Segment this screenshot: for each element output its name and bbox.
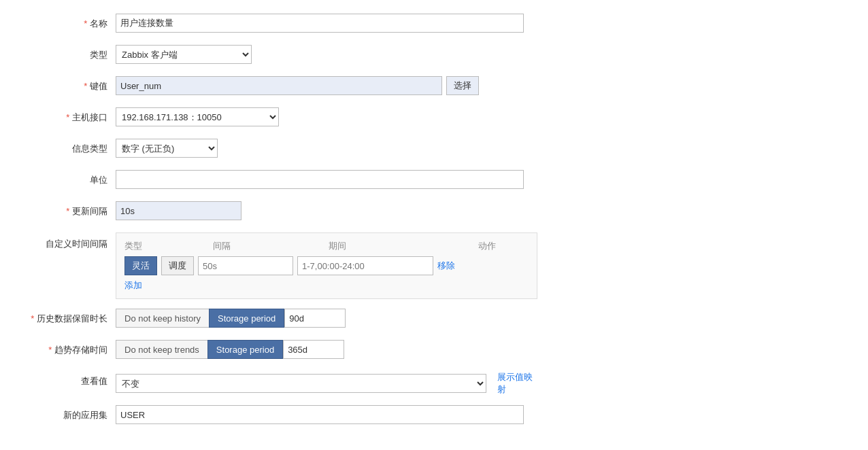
lookup-mapping-link[interactable]: 展示值映射 (497, 371, 537, 396)
col-type-header: 类型 (124, 240, 206, 252)
history-row: 历史数据保留时长 Do not keep history Storage per… (20, 309, 848, 330)
lookup-row: 查看值 不变 展示值映射 (20, 371, 848, 396)
history-no-keep-btn[interactable]: Do not keep history (116, 309, 209, 328)
type-control: Zabbix 客户端 (116, 45, 537, 64)
key-row: 键值 选择 (20, 76, 848, 98)
custom-interval-row: 自定义时间间隔 类型 间隔 期间 动作 灵活 调度 移除 添加 (20, 232, 848, 299)
history-control: Do not keep history Storage period (116, 309, 537, 328)
col-interval-header: 间隔 (213, 240, 322, 252)
trends-storage-btn[interactable]: Storage period (207, 340, 283, 359)
history-storage-btn[interactable]: Storage period (209, 309, 284, 328)
schedule-btn[interactable]: 调度 (161, 256, 194, 275)
key-control: 选择 (116, 76, 537, 95)
info-type-control: 数字 (无正负) (116, 139, 537, 158)
custom-interval-header: 类型 间隔 期间 动作 (124, 240, 529, 252)
unit-row: 单位 (20, 170, 848, 192)
remove-link[interactable]: 移除 (437, 260, 455, 272)
update-interval-control (116, 201, 537, 220)
name-control (116, 14, 537, 33)
col-action-header: 动作 (478, 240, 519, 252)
name-input[interactable] (116, 14, 524, 33)
type-label: 类型 (20, 45, 116, 61)
add-interval-link[interactable]: 添加 (124, 280, 142, 290)
info-type-label: 信息类型 (20, 139, 116, 155)
name-label: 名称 (20, 14, 116, 30)
unit-control (116, 170, 537, 189)
type-select[interactable]: Zabbix 客户端 (116, 45, 252, 64)
unit-label: 单位 (20, 170, 116, 186)
lookup-select[interactable]: 不变 (116, 374, 486, 393)
history-label: 历史数据保留时长 (20, 309, 116, 325)
trends-no-keep-btn[interactable]: Do not keep trends (116, 340, 207, 359)
new-app-input[interactable] (116, 405, 524, 424)
info-type-row: 信息类型 数字 (无正负) (20, 139, 848, 160)
trends-value-input[interactable] (283, 340, 344, 359)
key-input[interactable] (116, 76, 442, 95)
interface-label: 主机接口 (20, 107, 116, 124)
add-interval-container: 添加 (124, 279, 529, 292)
trends-row: 趋势存储时间 Do not keep trends Storage period (20, 340, 848, 362)
history-toggle-group: Do not keep history Storage period (116, 309, 537, 328)
update-interval-input[interactable] (116, 201, 241, 220)
interface-select[interactable]: 192.168.171.138：10050 (116, 107, 279, 126)
interval-input[interactable] (198, 256, 293, 275)
period-input[interactable] (297, 256, 433, 275)
history-value-input[interactable] (284, 309, 346, 328)
custom-interval-control: 类型 间隔 期间 动作 灵活 调度 移除 添加 (116, 232, 537, 299)
new-app-control (116, 405, 537, 424)
trends-label: 趋势存储时间 (20, 340, 116, 356)
key-label: 键值 (20, 76, 116, 92)
lookup-label: 查看值 (20, 371, 116, 387)
interface-row: 主机接口 192.168.171.138：10050 (20, 107, 848, 129)
interface-control: 192.168.171.138：10050 (116, 107, 537, 126)
type-row: 类型 Zabbix 客户端 (20, 45, 848, 67)
custom-interval-block: 类型 间隔 期间 动作 灵活 调度 移除 添加 (116, 232, 537, 299)
custom-interval-label: 自定义时间间隔 (20, 232, 116, 250)
key-select-button[interactable]: 选择 (446, 76, 479, 95)
info-type-select[interactable]: 数字 (无正负) (116, 139, 218, 158)
update-interval-label: 更新间隔 (20, 201, 116, 218)
update-interval-row: 更新间隔 (20, 201, 848, 223)
new-app-row: 新的应用集 (20, 405, 848, 427)
new-app-label: 新的应用集 (20, 405, 116, 421)
col-period-header: 期间 (329, 240, 471, 252)
name-row: 名称 (20, 14, 848, 35)
lookup-control: 不变 展示值映射 (116, 371, 537, 396)
custom-interval-entry: 灵活 调度 移除 (124, 256, 529, 275)
flexible-btn[interactable]: 灵活 (124, 256, 157, 275)
trends-toggle-group: Do not keep trends Storage period (116, 340, 537, 359)
trends-control: Do not keep trends Storage period (116, 340, 537, 359)
unit-input[interactable] (116, 170, 524, 189)
